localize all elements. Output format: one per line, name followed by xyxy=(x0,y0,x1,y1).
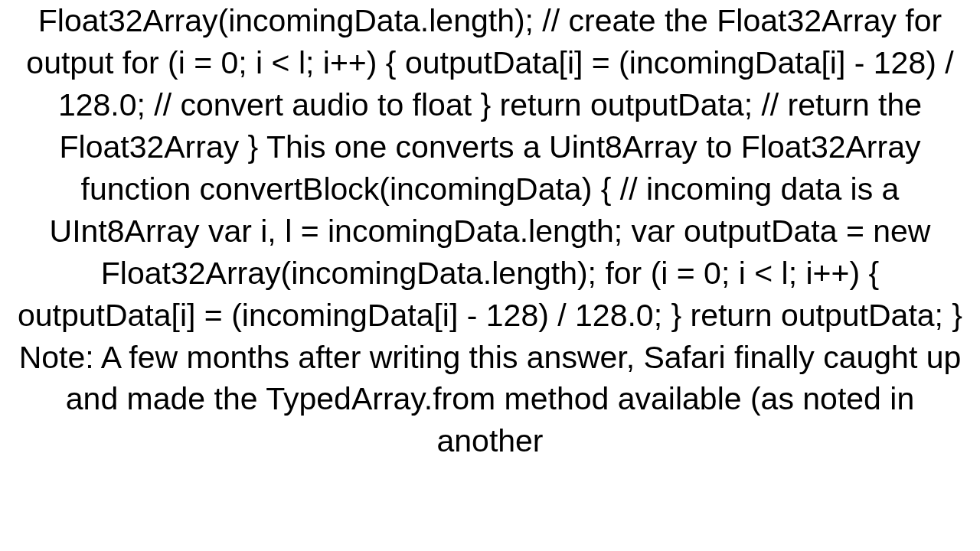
document-body: Float32Array(incomingData.length); // cr… xyxy=(0,0,980,462)
document-text: Float32Array(incomingData.length); // cr… xyxy=(18,3,962,458)
